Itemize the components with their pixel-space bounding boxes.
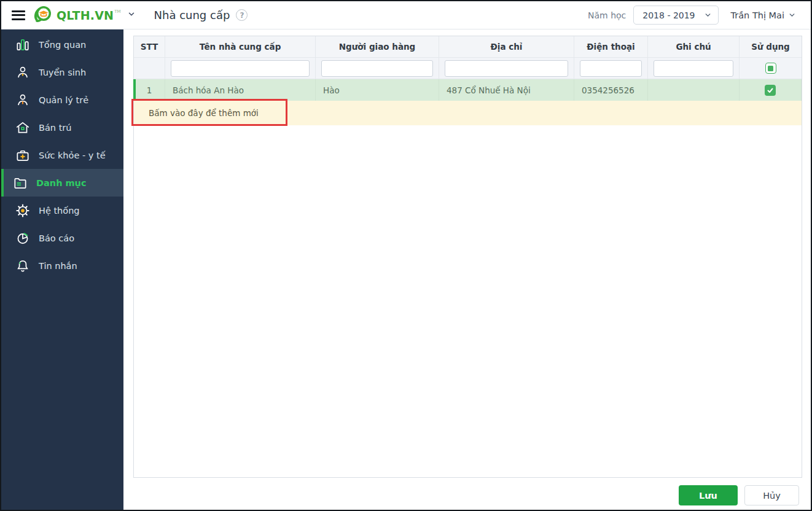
cell-deliverer[interactable]: Hào xyxy=(316,79,439,101)
column-header-name[interactable]: Tên nhà cung cấp xyxy=(165,36,316,57)
cell-stt: 1 xyxy=(134,79,165,101)
suppliers-table: STT Tên nhà cung cấp Người giao hàng Địa… xyxy=(133,36,802,478)
cell-note[interactable] xyxy=(648,79,740,101)
sidebar-item-label: Tuyển sinh xyxy=(39,68,86,77)
sidebar-item-suc-khoe[interactable]: Sức khỏe - y tế xyxy=(1,141,123,169)
topbar: QLTH.VN TM Nhà cung cấp ? Năm học 2018 -… xyxy=(1,1,811,29)
sidebar-item-label: Quản lý trẻ xyxy=(39,95,88,105)
sidebar-item-label: Hệ thống xyxy=(39,206,80,216)
filter-cell-address xyxy=(439,58,574,79)
filter-cell-phone xyxy=(574,58,648,79)
checkbox-indeterminate-mark xyxy=(768,66,773,71)
medical-bag-icon xyxy=(14,147,31,163)
bar-chart-icon xyxy=(14,36,31,53)
brand-name: QLTH.VN xyxy=(57,9,114,22)
filter-input-phone[interactable] xyxy=(580,60,642,77)
filter-input-deliverer[interactable] xyxy=(321,60,433,77)
house-icon xyxy=(14,119,31,136)
cell-address[interactable]: 487 Cổ Nhuế Hà Nội xyxy=(439,79,574,101)
chevron-down-icon xyxy=(788,11,796,19)
cell-phone[interactable]: 0354256526 xyxy=(574,79,648,101)
sidebar-item-label: Sức khỏe - y tế xyxy=(39,150,106,160)
page-title: Nhà cung cấp xyxy=(154,9,230,21)
filter-input-address[interactable] xyxy=(445,60,568,77)
hamburger-menu-icon[interactable] xyxy=(12,10,25,20)
school-year-select[interactable]: 2018 - 2019 xyxy=(633,6,718,25)
column-header-note[interactable]: Ghi chú xyxy=(648,36,740,57)
check-icon xyxy=(767,87,774,94)
sidebar-item-label: Báo cáo xyxy=(39,233,74,243)
column-header-phone[interactable]: Điện thoại xyxy=(574,36,648,57)
sidebar-item-quan-ly-tre[interactable]: Quản lý trẻ xyxy=(1,86,123,114)
topbar-right: Năm học 2018 - 2019 Trần Thị Mai xyxy=(588,6,796,25)
column-header-address[interactable]: Địa chỉ xyxy=(439,36,574,57)
select-all-checkbox[interactable] xyxy=(765,63,776,74)
gear-icon xyxy=(14,202,31,219)
filter-cell-name xyxy=(165,58,316,79)
filter-input-name[interactable] xyxy=(171,60,310,77)
sidebar-item-bao-cao[interactable]: Báo cáo xyxy=(1,224,123,252)
page-title-area: Nhà cung cấp ? xyxy=(154,9,248,21)
sidebar: Tổng quan Tuyển sinh Quản lý trẻ xyxy=(1,29,123,510)
user-menu[interactable]: Trần Thị Mai xyxy=(731,10,796,20)
column-header-in-use[interactable]: Sử dụng xyxy=(740,36,802,57)
app-window: QLTH.VN TM Nhà cung cấp ? Năm học 2018 -… xyxy=(0,0,812,511)
main-content: STT Tên nhà cung cấp Người giao hàng Địa… xyxy=(123,29,811,510)
student-icon xyxy=(14,64,31,80)
brand-trademark: TM xyxy=(114,9,120,14)
cell-in-use xyxy=(740,79,802,101)
sidebar-item-label: Danh mục xyxy=(36,178,87,188)
brand-chevron-down-icon[interactable] xyxy=(127,9,136,21)
sidebar-item-label: Bán trú xyxy=(39,123,71,133)
sidebar-item-label: Tổng quan xyxy=(39,40,86,50)
filter-cell-deliverer xyxy=(316,58,439,79)
sidebar-item-tong-quan[interactable]: Tổng quan xyxy=(1,31,123,58)
help-icon[interactable]: ? xyxy=(236,9,248,21)
child-manage-icon xyxy=(14,92,31,108)
add-new-label: Bấm vào đây để thêm mới xyxy=(134,108,259,118)
logo-icon xyxy=(33,4,53,26)
sidebar-item-label: Tin nhắn xyxy=(39,261,77,271)
cancel-button[interactable]: Hủy xyxy=(744,485,799,505)
add-new-row[interactable]: Bấm vào đây để thêm mới xyxy=(134,101,802,125)
sidebar-item-tuyen-sinh[interactable]: Tuyển sinh xyxy=(1,58,123,86)
filter-input-note[interactable] xyxy=(654,60,733,77)
row-selected-indicator xyxy=(133,79,136,101)
school-year-value: 2018 - 2019 xyxy=(642,10,695,20)
sidebar-item-tin-nhan[interactable]: Tin nhắn xyxy=(1,252,123,279)
cell-name[interactable]: Bách hóa An Hào xyxy=(165,79,316,101)
bell-icon xyxy=(14,257,31,274)
table-filter-row xyxy=(134,58,802,79)
table-header-row: STT Tên nhà cung cấp Người giao hàng Địa… xyxy=(134,36,802,58)
sidebar-item-he-thong[interactable]: Hệ thống xyxy=(1,197,123,224)
filter-cell-stt xyxy=(134,58,165,79)
column-header-deliverer[interactable]: Người giao hàng xyxy=(316,36,439,57)
sidebar-item-danh-muc[interactable]: Danh mục xyxy=(1,169,123,197)
filter-cell-note xyxy=(648,58,740,79)
table-row[interactable]: 1 Bách hóa An Hào Hào 487 Cổ Nhuế Hà Nội… xyxy=(134,79,802,101)
save-button[interactable]: Lưu xyxy=(679,485,738,505)
pie-chart-icon xyxy=(14,230,31,246)
help-glyph: ? xyxy=(240,11,244,20)
school-year-label: Năm học xyxy=(588,10,626,20)
column-header-stt[interactable]: STT xyxy=(134,36,165,57)
user-name: Trần Thị Mai xyxy=(731,10,784,20)
folder-icon xyxy=(12,174,28,191)
chevron-down-icon xyxy=(704,11,712,19)
sidebar-item-ban-tru[interactable]: Bán trú xyxy=(1,114,123,141)
brand-logo[interactable]: QLTH.VN TM xyxy=(33,4,136,26)
row-checkbox[interactable] xyxy=(765,85,776,96)
filter-cell-in-use xyxy=(740,58,802,79)
